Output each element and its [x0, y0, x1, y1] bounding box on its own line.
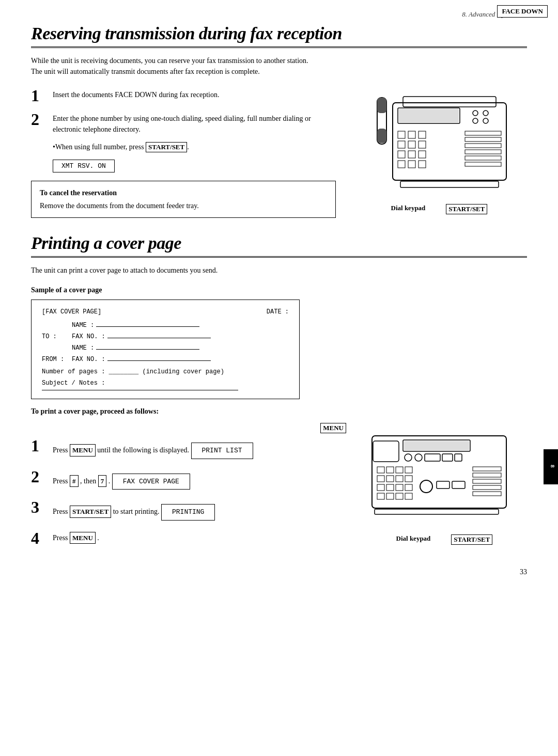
- svg-rect-25: [465, 144, 501, 148]
- step-2: 2 Enter the phone number by using one-to…: [31, 111, 336, 135]
- display-1: PRINT LIST: [191, 443, 253, 459]
- svg-rect-41: [396, 467, 403, 473]
- section1-title: Reserving transmission during fax recept…: [31, 24, 527, 48]
- print-step-4-num: 4: [31, 530, 47, 546]
- svg-rect-61: [473, 485, 501, 490]
- svg-rect-42: [405, 467, 412, 473]
- cancel-title: To cancel the reservation: [40, 187, 327, 198]
- svg-rect-57: [452, 481, 465, 489]
- svg-rect-14: [398, 141, 405, 148]
- svg-rect-45: [396, 476, 403, 482]
- bullet-item: •When using full number, press START/SET…: [53, 142, 336, 152]
- cover-page-sample: [FAX COVER PAGE] DATE : TO : NAME : FAX …: [31, 300, 300, 399]
- bottom-labels-bottom: Dial keypad START/SET: [396, 534, 493, 545]
- step-1-text: Insert the documents FACE DOWN during fa…: [53, 87, 219, 100]
- seven-key: 7: [98, 475, 107, 487]
- cp-header: [FAX COVER PAGE]: [42, 308, 289, 316]
- svg-rect-11: [398, 131, 405, 138]
- fax-machine-svg-top: [362, 87, 517, 201]
- bottom-labels-top: Dial keypad START/SET: [391, 204, 488, 214]
- print-steps-title: To print a cover page, proceed as follow…: [31, 407, 527, 416]
- svg-rect-23: [465, 131, 501, 135]
- svg-rect-51: [377, 493, 384, 499]
- svg-point-9: [473, 118, 478, 123]
- print-step-1-num: 1: [31, 437, 47, 454]
- svg-point-55: [420, 480, 432, 493]
- menu-btn-top: MENU: [320, 423, 346, 433]
- sample-label: Sample of a cover page: [31, 286, 527, 294]
- svg-rect-18: [408, 151, 415, 158]
- fax-machine-svg-bottom: [367, 423, 522, 531]
- cancel-box: To cancel the reservation Remove the doc…: [31, 181, 336, 218]
- cp-date: DATE :: [267, 308, 289, 316]
- svg-rect-4: [403, 97, 496, 107]
- cp-pages: Number of pages : ________ (including co…: [42, 368, 289, 375]
- cp-subject: Subject / Notes :: [42, 380, 289, 390]
- print-step-4: 4 Press MENU .: [31, 530, 346, 546]
- print-step-2: 2 Press # , then 7 . FAX COVER PAGE: [31, 468, 346, 493]
- svg-rect-48: [386, 484, 394, 491]
- svg-rect-31: [373, 441, 399, 462]
- svg-point-34: [405, 454, 412, 461]
- start-set-btn-top: START/SET: [446, 204, 487, 214]
- start-set-btn-bottom: START/SET: [451, 534, 492, 545]
- print-step-1: 1 Press MENU until the following is disp…: [31, 437, 346, 462]
- hash-key: #: [70, 475, 79, 487]
- cp-to-label: TO :: [42, 333, 68, 340]
- svg-rect-56: [437, 481, 450, 489]
- section1-steps: 1 Insert the documents FACE DOWN during …: [31, 87, 336, 223]
- svg-rect-15: [408, 141, 415, 148]
- svg-rect-46: [405, 476, 412, 482]
- svg-rect-2: [377, 129, 386, 143]
- svg-point-7: [473, 111, 478, 116]
- dial-keypad-label-top: Dial keypad: [391, 204, 426, 214]
- svg-rect-47: [377, 484, 384, 491]
- svg-point-35: [415, 454, 422, 461]
- start-set-btn-1: START/SET: [146, 142, 187, 152]
- svg-rect-6: [399, 109, 459, 122]
- cp-from-row: FROM : NAME : FAX NO. :: [42, 344, 289, 363]
- svg-rect-27: [465, 156, 501, 160]
- svg-rect-58: [473, 467, 501, 471]
- section2-intro: The unit can print a cover page to attac…: [31, 265, 527, 276]
- svg-rect-16: [419, 141, 426, 148]
- svg-rect-39: [377, 467, 384, 473]
- svg-rect-63: [375, 509, 499, 514]
- display-2: FAX COVER PAGE: [112, 474, 190, 490]
- svg-rect-13: [419, 131, 426, 138]
- face-down-label: FACE DOWN: [497, 5, 548, 18]
- tab-8: 8: [544, 449, 558, 484]
- xmt-display: XMT RSV. ON: [53, 160, 115, 172]
- svg-rect-37: [442, 454, 453, 461]
- svg-point-8: [483, 111, 488, 116]
- page-header: 8. Advanced Operations: [31, 10, 527, 19]
- svg-rect-60: [473, 479, 501, 483]
- svg-rect-52: [386, 493, 394, 499]
- svg-rect-43: [377, 476, 384, 482]
- svg-rect-49: [396, 484, 403, 491]
- svg-rect-59: [473, 473, 501, 477]
- svg-rect-36: [425, 454, 440, 461]
- svg-rect-33: [404, 441, 469, 450]
- svg-rect-54: [405, 493, 412, 499]
- display-3: PRINTING: [161, 504, 215, 521]
- cancel-text: Remove the documents from the document f…: [40, 200, 327, 211]
- svg-rect-20: [398, 161, 405, 168]
- section2-title: Printing a cover page: [31, 233, 527, 258]
- svg-rect-29: [400, 181, 499, 187]
- cp-to-row: TO : NAME : FAX NO. :: [42, 322, 289, 340]
- step-1-num: 1: [31, 87, 47, 104]
- fax-image-top: FACE DOWN: [351, 87, 527, 223]
- fax-image-bottom: Dial keypad START/SET: [362, 423, 527, 553]
- svg-rect-1: [377, 98, 386, 113]
- print-step-3-num: 3: [31, 499, 47, 515]
- step-1: 1 Insert the documents FACE DOWN during …: [31, 87, 336, 104]
- svg-rect-21: [408, 161, 415, 168]
- cp-from-label: FROM :: [42, 356, 68, 363]
- section1-intro: While the unit is receiving documents, y…: [31, 55, 527, 77]
- page-number: 33: [31, 568, 527, 576]
- svg-rect-40: [386, 467, 394, 473]
- svg-rect-28: [465, 162, 501, 166]
- print-step-2-num: 2: [31, 468, 47, 485]
- svg-rect-24: [465, 137, 501, 141]
